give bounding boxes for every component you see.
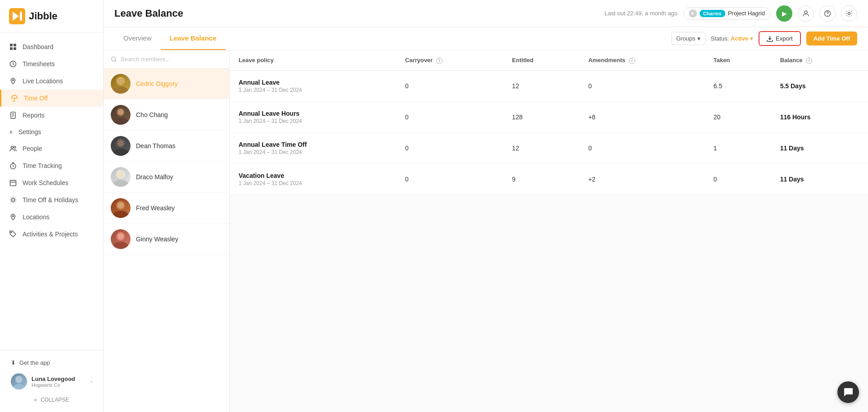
- settings-icon-button[interactable]: [841, 5, 857, 22]
- tab-overview[interactable]: Overview: [114, 27, 161, 50]
- tab-leave-balance[interactable]: Leave Balance: [161, 27, 226, 50]
- member-name: Cedric Diggory: [136, 80, 178, 87]
- list-item[interactable]: Dean Thomas: [104, 131, 229, 162]
- col-header-carryover: Carryover i: [396, 50, 503, 70]
- amendments-info-icon[interactable]: i: [629, 58, 635, 64]
- map-pin-icon: [9, 77, 17, 85]
- svg-point-19: [805, 11, 807, 14]
- content-area: Overview Leave Balance Groups ▾ Status: …: [104, 27, 868, 412]
- leave-policy-cell: Annual Leave 1 Jan 2024 – 31 Dec 2024: [230, 70, 396, 101]
- add-time-off-button[interactable]: Add Time Off: [806, 32, 857, 45]
- amendments-cell: +2: [579, 163, 705, 195]
- project-badge[interactable]: ▶ Charms Project Hagrid: [683, 7, 771, 20]
- header-right: Last out 22:49, a month ago ▶ Charms Pro…: [605, 5, 857, 22]
- status-filter[interactable]: Status: Active ▾: [711, 35, 754, 42]
- amendments-cell: +8: [579, 101, 705, 132]
- avatar: [111, 105, 131, 125]
- taken-cell: 6.5: [705, 70, 771, 101]
- table-row: Annual Leave Time Off 1 Jan 2024 – 31 De…: [230, 132, 868, 163]
- sidebar-item-label: Dashboard: [23, 43, 54, 50]
- logo-text: Jibble: [29, 10, 58, 22]
- sidebar-item-activities-projects[interactable]: Activities & Projects: [0, 226, 103, 243]
- col-header-entitled: Entitled: [503, 50, 579, 70]
- sidebar-item-people[interactable]: People: [0, 140, 103, 157]
- add-time-off-label: Add Time Off: [814, 35, 850, 42]
- get-app-link[interactable]: ⬇ Get the app: [7, 356, 96, 370]
- umbrella-icon: [10, 94, 18, 102]
- profile-icon-button[interactable]: [798, 5, 814, 22]
- tab-leave-balance-label: Leave Balance: [170, 34, 217, 42]
- search-input[interactable]: [121, 56, 222, 63]
- play-button[interactable]: ▶: [776, 5, 792, 22]
- tag-icon: [9, 230, 17, 238]
- balance-value: 11 Days: [780, 176, 804, 183]
- svg-point-36: [113, 211, 129, 218]
- svg-point-22: [112, 57, 116, 61]
- sidebar-item-live-locations[interactable]: Live Locations: [0, 72, 103, 90]
- svg-point-17: [15, 376, 23, 383]
- last-out-text: Last out 22:49, a month ago: [605, 10, 678, 17]
- entitled-cell: 128: [503, 101, 579, 132]
- sidebar-item-label: Reports: [23, 112, 45, 119]
- svg-point-14: [12, 199, 14, 201]
- tab-overview-label: Overview: [123, 34, 152, 42]
- entitled-cell: 12: [503, 70, 579, 101]
- list-item[interactable]: Fred Weasley: [104, 193, 229, 224]
- chat-widget[interactable]: [837, 381, 859, 403]
- jibble-logo-icon: [9, 8, 25, 24]
- sidebar-item-label: Work Schedules: [23, 179, 68, 186]
- collapse-button[interactable]: « COLLAPSE: [7, 393, 96, 407]
- avatar: [11, 373, 27, 389]
- member-name: Cho Chang: [136, 111, 168, 118]
- leave-table: Leave policy Carryover i Entitled Amendm…: [230, 50, 868, 195]
- location-icon: [9, 213, 17, 221]
- sidebar-footer: ⬇ Get the app Luna Lovegood Hogwarts Co …: [0, 350, 103, 412]
- chevron-down-icon: ▾: [697, 35, 701, 42]
- sidebar-item-timesheets[interactable]: Timesheets: [0, 55, 103, 72]
- page-title: Leave Balance: [114, 8, 183, 19]
- charms-tag: Charms: [700, 10, 725, 17]
- tabs-right: Groups ▾ Status: Active ▾ Export Add Tim…: [671, 31, 857, 46]
- list-item[interactable]: Cedric Diggory: [104, 68, 229, 100]
- top-header: Leave Balance Last out 22:49, a month ag…: [104, 0, 868, 27]
- sidebar-item-time-off-holidays[interactable]: Time Off & Holidays: [0, 191, 103, 208]
- balance-info-icon[interactable]: i: [806, 58, 812, 64]
- sidebar-item-reports[interactable]: Reports: [0, 107, 103, 124]
- help-icon-button[interactable]: [819, 5, 836, 22]
- leave-table-panel: Leave policy Carryover i Entitled Amendm…: [230, 50, 868, 412]
- leave-policy-date: 1 Jan 2024 – 31 Dec 2024: [239, 180, 387, 186]
- svg-point-10: [11, 146, 14, 149]
- groups-label: Groups: [676, 35, 696, 42]
- list-item[interactable]: Cho Chang: [104, 100, 229, 131]
- carryover-cell: 0: [396, 70, 503, 101]
- carryover-info-icon[interactable]: i: [436, 58, 443, 64]
- leave-policy-date: 1 Jan 2024 – 31 Dec 2024: [239, 118, 387, 124]
- svg-point-18: [13, 384, 25, 389]
- project-name: Project Hagrid: [728, 10, 765, 17]
- table-row: Annual Leave Hours 1 Jan 2024 – 31 Dec 2…: [230, 101, 868, 132]
- settings-section-header[interactable]: ∧ Settings: [0, 124, 103, 140]
- sidebar-item-time-off[interactable]: Time Off: [0, 90, 103, 107]
- carryover-cell: 0: [396, 101, 503, 132]
- sidebar-item-time-tracking[interactable]: Time Tracking: [0, 157, 103, 174]
- svg-rect-3: [10, 44, 13, 46]
- sidebar-item-dashboard[interactable]: Dashboard: [0, 38, 103, 55]
- list-item[interactable]: Draco Malfoy: [104, 162, 229, 193]
- user-profile[interactable]: Luna Lovegood Hogwarts Co ›: [7, 370, 96, 393]
- expand-chat-arrow[interactable]: ›: [863, 396, 864, 401]
- member-name: Dean Thomas: [136, 142, 176, 149]
- settings-label: Settings: [18, 128, 41, 136]
- export-button[interactable]: Export: [759, 31, 801, 46]
- entitled-cell: 9: [503, 163, 579, 195]
- leave-policy-name: Annual Leave Hours: [239, 110, 387, 117]
- list-item[interactable]: Ginny Weasley: [104, 224, 229, 255]
- user-name: Luna Lovegood: [32, 376, 86, 382]
- member-name: Draco Malfoy: [136, 173, 173, 181]
- search-icon: [111, 56, 117, 63]
- balance-cell: 5.5 Days: [771, 70, 868, 101]
- download-icon: ⬇: [11, 359, 16, 366]
- svg-point-33: [113, 180, 129, 187]
- groups-filter[interactable]: Groups ▾: [671, 32, 705, 45]
- sidebar-item-locations[interactable]: Locations: [0, 208, 103, 226]
- sidebar-item-work-schedules[interactable]: Work Schedules: [0, 174, 103, 191]
